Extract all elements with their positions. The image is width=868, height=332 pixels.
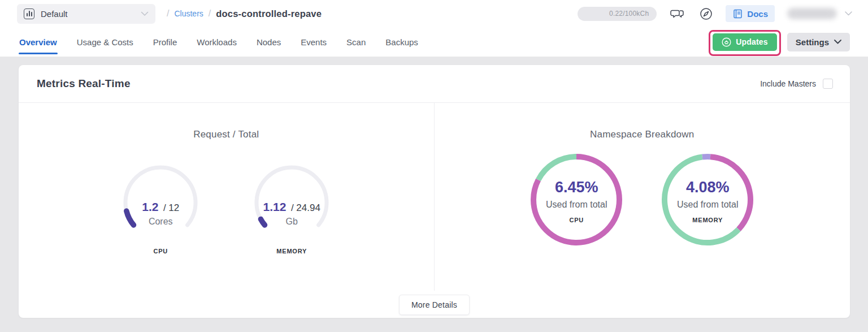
docs-button[interactable]: Docs bbox=[726, 5, 775, 22]
memory-namespace-donut: 4.08% Used from total MEMORY bbox=[659, 152, 756, 250]
cpu-gauge: 1.2 / 12 Cores CPU bbox=[115, 162, 206, 255]
updates-button-label: Updates bbox=[736, 37, 768, 46]
tab-events[interactable]: Events bbox=[300, 27, 327, 57]
memory-metric-label: MEMORY bbox=[246, 248, 337, 255]
cpu-gauge-value: 1.2 bbox=[142, 200, 158, 213]
include-masters-label: Include Masters bbox=[760, 79, 816, 88]
bar-chart-icon bbox=[24, 8, 34, 19]
include-masters-checkbox[interactable] bbox=[823, 79, 833, 89]
memory-gauge-value: 1.12 bbox=[263, 200, 287, 213]
cpu-gauge-unit: Cores bbox=[115, 217, 206, 227]
compass-icon[interactable] bbox=[699, 7, 713, 21]
section-title-request-total: Request / Total bbox=[193, 129, 259, 140]
cpu-metric-label: CPU bbox=[115, 248, 206, 255]
namespace-breakdown-section: Namespace Breakdown 6.45% Used from tota… bbox=[435, 103, 850, 291]
book-icon bbox=[732, 8, 743, 19]
chat-icon[interactable] bbox=[670, 7, 685, 20]
breadcrumb-current-cluster: docs-controlled-repave bbox=[216, 8, 322, 19]
tab-backups[interactable]: Backups bbox=[385, 27, 419, 57]
cpu-namespace-donut: 6.45% Used from total CPU bbox=[528, 152, 624, 250]
memory-donut-label: Used from total bbox=[659, 200, 756, 210]
section-title-namespace-breakdown: Namespace Breakdown bbox=[590, 129, 694, 140]
breadcrumb-separator: / bbox=[167, 8, 169, 19]
card-title: Metrics Real-Time bbox=[37, 77, 131, 90]
page-content: Metrics Real-Time Include Masters Reques… bbox=[0, 57, 868, 318]
cpu-donut-metric: CPU bbox=[528, 217, 624, 223]
memory-gauge-unit: Gb bbox=[246, 217, 337, 227]
upgrade-circle-icon bbox=[722, 37, 731, 47]
settings-button[interactable]: Settings bbox=[787, 33, 850, 51]
tab-nodes[interactable]: Nodes bbox=[256, 27, 281, 57]
updates-button[interactable]: Updates bbox=[713, 33, 777, 51]
cpu-gauge-total: / 12 bbox=[163, 202, 179, 213]
cpu-donut-label: Used from total bbox=[528, 200, 624, 210]
cluster-tab-bar: Overview Usage & Costs Profile Workloads… bbox=[0, 27, 868, 57]
tab-workloads[interactable]: Workloads bbox=[196, 27, 237, 57]
usage-quota-badge: 0.22/100kCh bbox=[578, 7, 657, 21]
tab-profile[interactable]: Profile bbox=[153, 27, 178, 57]
cpu-donut-value: 6.45% bbox=[528, 179, 624, 196]
memory-gauge-total: / 24.94 bbox=[291, 202, 320, 213]
chevron-down-icon bbox=[845, 11, 852, 16]
memory-donut-metric: MEMORY bbox=[659, 217, 756, 223]
tab-usage-costs[interactable]: Usage & Costs bbox=[76, 27, 134, 57]
settings-button-label: Settings bbox=[796, 37, 829, 47]
memory-gauge: 1.12 / 24.94 Gb MEMORY bbox=[246, 162, 337, 255]
breadcrumb-separator: / bbox=[209, 8, 211, 19]
chevron-down-icon bbox=[834, 40, 841, 44]
workspace-label: Default bbox=[41, 9, 68, 19]
tab-scan[interactable]: Scan bbox=[346, 27, 366, 57]
tab-overview[interactable]: Overview bbox=[19, 27, 58, 57]
user-name-redacted bbox=[787, 8, 837, 19]
user-menu[interactable] bbox=[787, 8, 852, 19]
docs-button-label: Docs bbox=[747, 9, 768, 19]
workspace-selector[interactable]: Default bbox=[17, 4, 155, 24]
chevron-down-icon bbox=[141, 11, 149, 16]
top-bar: Default / Clusters / docs-controlled-rep… bbox=[0, 0, 868, 27]
more-details-button[interactable]: More Details bbox=[399, 295, 470, 315]
breadcrumb: / Clusters / docs-controlled-repave bbox=[167, 8, 322, 19]
metrics-real-time-card: Metrics Real-Time Include Masters Reques… bbox=[19, 65, 850, 318]
breadcrumb-link-clusters[interactable]: Clusters bbox=[174, 9, 203, 18]
memory-donut-value: 4.08% bbox=[659, 179, 756, 196]
request-total-section: Request / Total 1.2 / 12 Cores bbox=[19, 103, 435, 291]
